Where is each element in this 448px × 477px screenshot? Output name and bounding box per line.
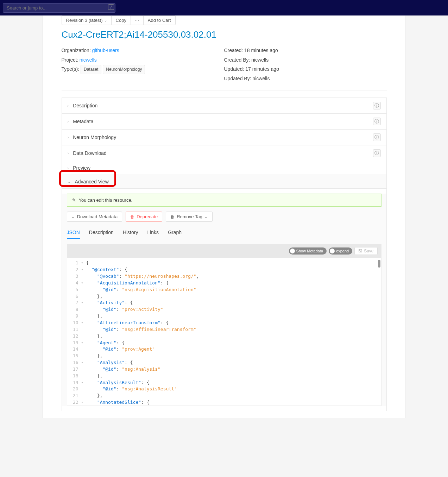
org-link[interactable]: github-users <box>92 48 119 53</box>
revision-dropdown[interactable]: Revision 3 (latest) ⌄ <box>62 15 112 25</box>
tab-links[interactable]: Links <box>147 227 159 239</box>
resource-title: Cux2-CreERT2;Ai14-205530.03.02.01 <box>43 28 405 46</box>
chevron-right-icon: › <box>68 119 69 124</box>
editor-toolbar: Show Metadata expand 🖫Save <box>67 244 381 258</box>
accordion-advanced-view[interactable]: ⌄ Advanced View <box>62 175 386 189</box>
org-label: Organization: <box>62 48 92 53</box>
edit-banner: ✎ You can edit this resource. <box>67 194 381 207</box>
advanced-view-body: ✎ You can edit this resource. ⌄Download … <box>62 194 386 406</box>
page-card: Revision 3 (latest) ⌄ Copy ··· Add to Ca… <box>43 15 405 418</box>
tab-json[interactable]: JSON <box>67 227 80 239</box>
download-metadata-button[interactable]: ⌄Download Metadata <box>67 212 122 222</box>
accordion-metadata[interactable]: › Metadata ⓘ <box>62 114 386 130</box>
chevron-down-icon: ⌄ <box>104 18 107 22</box>
action-row: ⌄Download Metadata 🗑Deprecate 🗑Remove Ta… <box>62 212 386 227</box>
editor-tabs: JSON Description History Links Graph <box>62 227 386 239</box>
chevron-right-icon: › <box>68 151 69 155</box>
deprecate-button[interactable]: 🗑Deprecate <box>126 212 162 222</box>
accordion-description[interactable]: › Description ⓘ <box>62 98 386 114</box>
json-editor: Show Metadata expand 🖫Save 1▾{2▾ "@conte… <box>67 244 381 406</box>
tab-description[interactable]: Description <box>89 227 114 239</box>
updated-line: Updated: 17 minutes ago <box>224 64 387 74</box>
accordion-neuron-morphology[interactable]: › Neuron Morphology ⓘ <box>62 130 386 145</box>
project-link[interactable]: nicwells <box>80 57 97 63</box>
remove-tag-button[interactable]: 🗑Remove Tag ⌄ <box>166 212 213 222</box>
search-hotkey: / <box>108 4 114 10</box>
type-tag: NeuronMorphology <box>103 65 145 74</box>
meta-left: Organization: github-users Project: nicw… <box>62 46 224 83</box>
chevron-down-icon: ⌄ <box>68 180 71 184</box>
copy-button[interactable]: Copy <box>112 15 131 25</box>
project-label: Project: <box>62 57 80 63</box>
expand-toggle[interactable]: expand <box>329 247 352 255</box>
chevron-down-icon: ⌄ <box>204 214 208 219</box>
info-icon[interactable]: ⓘ <box>373 149 381 157</box>
save-button[interactable]: 🖫Save <box>354 247 377 255</box>
accordion-preview[interactable]: › Preview <box>62 161 386 175</box>
meta-right: Created: 18 minutes ago Created By: nicw… <box>224 46 387 83</box>
top-bar: / <box>0 0 448 15</box>
code-area[interactable]: 1▾{2▾ "@context": {3 "@vocab": "https://… <box>67 258 381 406</box>
info-icon[interactable]: ⓘ <box>373 118 381 125</box>
tab-history[interactable]: History <box>123 227 138 239</box>
created-line: Created: 18 minutes ago <box>224 46 387 55</box>
accordion: › Description ⓘ › Metadata ⓘ › Neuron Mo… <box>62 98 387 411</box>
edit-icon: ✎ <box>72 197 76 203</box>
meta-grid: Organization: github-users Project: nicw… <box>43 46 405 90</box>
chevron-right-icon: › <box>68 135 69 139</box>
info-icon[interactable]: ⓘ <box>373 102 381 109</box>
save-icon: 🖫 <box>358 249 362 253</box>
chevron-right-icon: › <box>68 166 69 170</box>
type-tag: Dataset <box>81 65 101 74</box>
search-input[interactable] <box>3 3 115 13</box>
trash-icon: 🗑 <box>130 214 134 219</box>
updatedby-line: Updated By: nicwells <box>224 74 387 83</box>
chevron-down-icon: ⌄ <box>71 214 75 219</box>
types-label: Type(s): <box>62 66 81 72</box>
show-metadata-toggle[interactable]: Show Metadata <box>289 247 327 255</box>
info-icon[interactable]: ⓘ <box>373 133 381 141</box>
accordion-data-download[interactable]: › Data Download ⓘ <box>62 145 386 161</box>
scrollbar-thumb[interactable] <box>378 260 380 268</box>
separator <box>62 90 387 90</box>
createdby-line: Created By: nicwells <box>224 55 387 65</box>
trash-icon: 🗑 <box>170 214 175 219</box>
add-to-cart-button[interactable]: Add to Cart <box>144 15 176 25</box>
more-button[interactable]: ··· <box>131 15 144 25</box>
search-wrap: / <box>3 3 115 13</box>
chevron-right-icon: › <box>68 103 69 108</box>
resource-toolbar: Revision 3 (latest) ⌄ Copy ··· Add to Ca… <box>43 15 405 28</box>
tab-graph[interactable]: Graph <box>168 227 182 239</box>
